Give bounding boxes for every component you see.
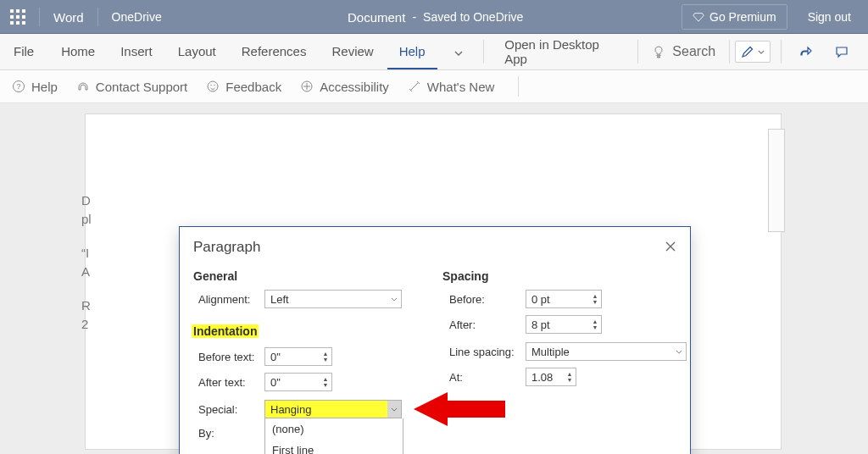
chevron-down-icon <box>672 343 686 360</box>
drive-name[interactable]: OneDrive <box>112 10 162 24</box>
app-name: Word <box>53 10 84 25</box>
sign-out-link[interactable]: Sign out <box>808 10 851 24</box>
close-icon <box>665 241 676 252</box>
after-text-value: 0" <box>270 376 281 389</box>
separator <box>637 40 638 64</box>
paragraph-dialog: Paragraph General Alignment: Left Indent… <box>179 226 691 454</box>
special-label: Special: <box>198 403 237 416</box>
contact-support-button[interactable]: Contact Support <box>76 80 187 94</box>
ribbon: File Home Insert Layout References Revie… <box>0 34 868 70</box>
accessibility-icon <box>300 80 314 93</box>
tab-references[interactable]: References <box>230 34 319 69</box>
feedback-button[interactable]: Feedback <box>206 80 281 94</box>
dash: - <box>412 10 416 24</box>
before-text-input[interactable]: 0" ▲▼ <box>264 347 332 366</box>
after-text-input[interactable]: 0" ▲▼ <box>264 373 332 391</box>
separator <box>97 8 98 26</box>
special-select[interactable]: Hanging <box>264 400 402 418</box>
spacing-after-input[interactable]: 8 pt ▲▼ <box>526 315 602 334</box>
svg-text:?: ? <box>16 82 20 91</box>
whats-new-button[interactable]: What's New <box>408 80 495 94</box>
chevron-down-icon <box>387 291 401 307</box>
alignment-select[interactable]: Left <box>264 290 402 308</box>
accessibility-button[interactable]: Accessibility <box>300 80 389 94</box>
diamond-icon <box>693 11 704 23</box>
pencil-icon <box>741 45 754 58</box>
spinner-arrows-icon[interactable]: ▲▼ <box>589 291 601 307</box>
chevron-down-icon <box>454 51 463 56</box>
svg-rect-6 <box>10 21 14 25</box>
at-value: 1.08 <box>531 371 553 384</box>
before-text-label: Before text: <box>198 351 254 363</box>
special-option-first-line[interactable]: First line <box>265 440 403 454</box>
share-button[interactable] <box>792 38 821 65</box>
alignment-value: Left <box>270 293 289 306</box>
svg-rect-4 <box>16 15 19 19</box>
special-dropdown-list: (none) First line Hanging <box>264 418 403 454</box>
alignment-label: Alignment: <box>198 293 250 306</box>
svg-rect-1 <box>16 9 19 13</box>
smiley-icon <box>206 80 220 93</box>
document-canvas: D pl “I A R 2 Paragraph General Alignmen… <box>0 103 868 454</box>
svg-point-12 <box>211 85 212 86</box>
spinner-arrows-icon[interactable]: ▲▼ <box>320 348 331 365</box>
tab-review[interactable]: Review <box>320 34 385 69</box>
separator <box>483 40 484 64</box>
svg-point-13 <box>214 85 215 86</box>
before-text-value: 0" <box>270 351 281 363</box>
chevron-down-icon[interactable] <box>387 401 401 418</box>
dialog-close-button[interactable] <box>661 237 680 256</box>
section-general: General <box>193 269 237 283</box>
tell-me-search[interactable]: Search <box>643 44 724 59</box>
go-premium-button[interactable]: Go Premium <box>682 4 787 30</box>
after-text-label: After text: <box>198 376 246 389</box>
line-spacing-select[interactable]: Multiple <box>526 342 687 361</box>
tab-home[interactable]: Home <box>49 34 107 69</box>
contact-support-label: Contact Support <box>96 80 187 94</box>
tab-help[interactable]: Help <box>387 34 437 69</box>
svg-rect-7 <box>16 21 19 25</box>
spinner-arrows-icon[interactable]: ▲▼ <box>589 316 601 333</box>
tab-file[interactable]: File <box>5 34 47 69</box>
at-input[interactable]: 1.08 ▲▼ <box>526 368 576 386</box>
line-spacing-label: Line spacing: <box>449 346 515 358</box>
separator <box>518 76 519 97</box>
special-option-none[interactable]: (none) <box>265 418 403 440</box>
editing-mode-dropdown[interactable] <box>735 41 771 63</box>
share-icon <box>799 45 813 58</box>
spacing-before-label: Before: <box>449 293 485 306</box>
special-value: Hanging <box>270 403 311 416</box>
tab-insert[interactable]: Insert <box>108 34 164 69</box>
sparkle-icon <box>408 80 421 93</box>
section-spacing: Spacing <box>442 269 488 283</box>
by-label: By: <box>198 427 214 440</box>
whats-new-label: What's New <box>427 80 495 94</box>
document-text-preview: D pl “I A R 2 <box>81 191 92 334</box>
spinner-arrows-icon[interactable]: ▲▼ <box>564 368 576 385</box>
open-in-desktop-button[interactable]: Open in Desktop App <box>489 37 632 66</box>
svg-rect-0 <box>10 9 14 13</box>
tab-layout[interactable]: Layout <box>166 34 228 69</box>
separator <box>729 40 730 64</box>
help-label: Help <box>31 80 58 94</box>
separator <box>39 8 40 26</box>
spinner-arrows-icon[interactable]: ▲▼ <box>320 374 331 390</box>
svg-point-11 <box>208 81 218 91</box>
app-launcher-icon[interactable] <box>10 9 25 25</box>
headset-icon <box>76 80 90 93</box>
comments-button[interactable] <box>827 38 856 65</box>
comment-icon <box>835 45 849 58</box>
svg-rect-8 <box>22 21 25 25</box>
help-button[interactable]: ? Help <box>12 80 58 94</box>
title-bar: Word OneDrive Document - Saved to OneDri… <box>0 0 868 34</box>
spacing-before-input[interactable]: 0 pt ▲▼ <box>526 290 602 308</box>
spacing-after-value: 8 pt <box>531 318 550 331</box>
document-name[interactable]: Document <box>348 10 405 25</box>
help-icon: ? <box>12 80 25 93</box>
line-spacing-value: Multiple <box>531 346 570 358</box>
ribbon-overflow[interactable] <box>439 34 479 69</box>
svg-rect-3 <box>10 15 14 19</box>
svg-rect-5 <box>22 15 25 19</box>
spacing-after-label: After: <box>449 318 476 331</box>
save-status: Saved to OneDrive <box>423 10 523 24</box>
